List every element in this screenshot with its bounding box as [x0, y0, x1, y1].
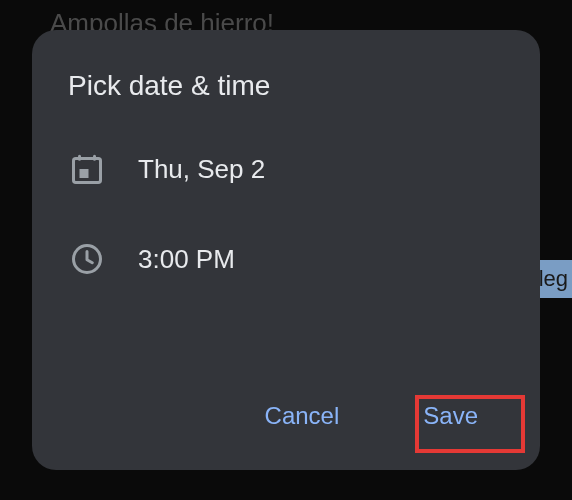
clock-icon	[68, 240, 106, 278]
calendar-icon	[68, 150, 106, 188]
date-row[interactable]: Thu, Sep 2	[68, 150, 504, 188]
cancel-button[interactable]: Cancel	[247, 390, 358, 442]
dialog-button-row: Cancel Save	[68, 390, 504, 442]
date-value: Thu, Sep 2	[138, 154, 265, 185]
save-button[interactable]: Save	[405, 390, 496, 442]
svg-rect-2	[93, 155, 96, 161]
time-value: 3:00 PM	[138, 244, 235, 275]
date-time-picker-dialog: Pick date & time Thu, Sep 2 3:00 PM Canc…	[32, 30, 540, 470]
time-row[interactable]: 3:00 PM	[68, 240, 504, 278]
svg-rect-3	[80, 169, 89, 178]
svg-rect-1	[78, 155, 81, 161]
dialog-title: Pick date & time	[68, 70, 504, 102]
